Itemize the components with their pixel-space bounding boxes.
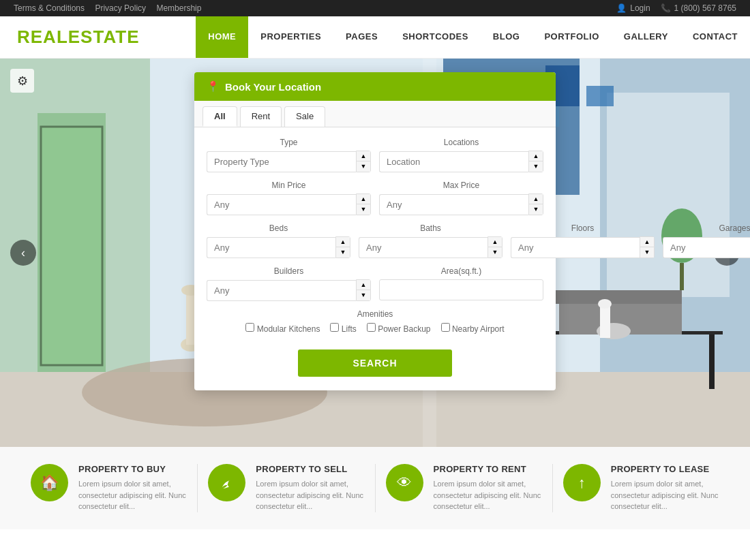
top-bar-right: 👤 Login 📞 1 (800) 567 8765 <box>616 3 736 13</box>
logo: REALESTATE <box>0 16 157 58</box>
nav-links: HOME PROPERTIES PAGES SHORTCODES BLOG PO… <box>196 16 750 58</box>
baths-spin: ▲ ▼ <box>359 236 502 258</box>
amenity-nearby-airport-checkbox[interactable] <box>441 323 450 332</box>
beds-up[interactable]: ▲ <box>336 237 350 247</box>
floors-group: Floors ▲ ▼ <box>511 223 655 258</box>
nav-shortcodes[interactable]: SHORTCODES <box>390 16 481 58</box>
max-price-up[interactable]: ▲ <box>529 194 543 204</box>
builders-down[interactable]: ▼ <box>357 290 370 300</box>
amenity-modular-kitchens-checkbox[interactable] <box>245 323 254 332</box>
baths-up[interactable]: ▲ <box>488 237 502 247</box>
amenity-modular-kitchens[interactable]: Modular Kitchens <box>245 323 320 334</box>
tab-sale[interactable]: Sale <box>284 106 325 127</box>
floors-input[interactable] <box>511 237 640 258</box>
feature-lease-icon: ↑ <box>563 464 601 501</box>
builders-spin: ▲ ▼ <box>207 279 371 301</box>
area-group: Area(sq.ft.) <box>379 266 543 301</box>
nav-properties[interactable]: PROPERTIES <box>248 16 333 58</box>
baths-down[interactable]: ▼ <box>488 247 502 258</box>
nav-contact[interactable]: CONTACT <box>680 16 750 58</box>
amenity-nearby-airport[interactable]: Nearby Airport <box>441 323 505 334</box>
search-form: Type ▲ ▼ Locations ▲ <box>194 127 556 390</box>
baths-spin-buttons: ▲ ▼ <box>487 236 502 258</box>
min-price-up[interactable]: ▲ <box>357 194 370 204</box>
feature-lease-title: PROPERTY TO LEASE <box>611 464 719 474</box>
builders-input[interactable] <box>207 280 356 301</box>
feature-rent: 👁 PROPERTY TO RENT Lorem ipsum dolor sit… <box>376 464 553 512</box>
privacy-link[interactable]: Privacy Policy <box>95 3 146 13</box>
type-spin-buttons: ▲ ▼ <box>356 151 371 172</box>
tab-all[interactable]: All <box>202 106 237 127</box>
min-price-input[interactable] <box>207 194 356 215</box>
amenities-row: Amenities Modular Kitchens Lifts Power B… <box>207 309 543 338</box>
search-button[interactable]: SEARCH <box>298 349 451 377</box>
nav-blog[interactable]: BLOG <box>481 16 532 58</box>
feature-sell-icon <box>208 464 245 501</box>
location-input[interactable] <box>379 151 528 172</box>
tab-rent[interactable]: Rent <box>240 106 282 127</box>
max-price-spin: ▲ ▼ <box>379 193 543 215</box>
amenity-lifts[interactable]: Lifts <box>330 323 356 334</box>
floors-label: Floors <box>511 223 655 233</box>
svg-rect-26 <box>680 263 684 290</box>
amenities-checkboxes: Modular Kitchens Lifts Power Backup Near… <box>207 323 543 338</box>
gear-button[interactable]: ⚙ <box>10 69 34 93</box>
search-box: 📍 Book Your Location All Rent Sale Type … <box>194 72 556 390</box>
amenity-power-backup[interactable]: Power Backup <box>367 323 431 334</box>
amenity-power-backup-checkbox[interactable] <box>367 323 376 332</box>
beds-label: Beds <box>207 223 350 233</box>
feature-rent-text: PROPERTY TO RENT Lorem ipsum dolor sit a… <box>434 464 542 512</box>
slider-prev-button[interactable]: ‹ <box>10 240 36 266</box>
feature-lease-text: PROPERTY TO LEASE Lorem ipsum dolor sit … <box>611 464 719 512</box>
nav-home[interactable]: HOME <box>196 16 248 58</box>
garages-group: Garages ▲ ▼ <box>663 223 750 258</box>
type-spin-up[interactable]: ▲ <box>357 151 370 161</box>
min-price-down[interactable]: ▼ <box>357 204 370 215</box>
amenity-lifts-checkbox[interactable] <box>330 323 339 332</box>
max-price-input[interactable] <box>379 194 528 215</box>
location-icon: 📍 <box>207 80 220 93</box>
location-spin-up[interactable]: ▲ <box>529 151 543 161</box>
location-spin-down[interactable]: ▼ <box>529 161 543 172</box>
type-spin-down[interactable]: ▼ <box>357 161 370 172</box>
user-icon: 👤 <box>616 3 627 13</box>
beds-group: Beds ▲ ▼ <box>207 223 350 258</box>
nav-portfolio[interactable]: PORTFOLIO <box>532 16 611 58</box>
floors-up[interactable]: ▲ <box>640 237 654 247</box>
svg-rect-23 <box>552 290 682 304</box>
feature-lease-desc: Lorem ipsum dolor sit amet, consectetur … <box>611 478 719 512</box>
max-price-down[interactable]: ▼ <box>529 204 543 215</box>
garages-input[interactable] <box>663 237 750 258</box>
area-input[interactable] <box>379 279 543 300</box>
terms-link[interactable]: Terms & Conditions <box>14 3 85 13</box>
search-button-wrap: SEARCH <box>207 346 543 380</box>
min-price-spin: ▲ ▼ <box>207 193 371 215</box>
area-label: Area(sq.ft.) <box>379 266 543 276</box>
feature-rent-icon: 👁 <box>386 464 423 501</box>
nav-gallery[interactable]: GALLERY <box>612 16 680 58</box>
max-price-spin-buttons: ▲ ▼ <box>528 193 543 215</box>
nav-pages[interactable]: PAGES <box>333 16 390 58</box>
top-bar-links: Terms & Conditions Privacy Policy Member… <box>14 3 209 13</box>
feature-buy-icon: 🏠 <box>31 464 68 501</box>
garages-spin: ▲ ▼ <box>663 236 750 258</box>
location-label: Locations <box>379 138 543 147</box>
baths-input[interactable] <box>359 237 487 258</box>
beds-input[interactable] <box>207 237 335 258</box>
floors-spin: ▲ ▼ <box>511 236 655 258</box>
feature-buy-desc: Lorem ipsum dolor sit amet, consectetur … <box>78 478 187 512</box>
builders-group: Builders ▲ ▼ <box>207 266 371 301</box>
property-type-input[interactable] <box>207 151 356 172</box>
builders-up[interactable]: ▲ <box>357 280 370 290</box>
login-link[interactable]: 👤 Login <box>616 3 650 13</box>
logo-text: REALESTATE <box>17 27 140 48</box>
membership-link[interactable]: Membership <box>156 3 201 13</box>
type-location-row: Type ▲ ▼ Locations ▲ <box>207 138 543 172</box>
floors-down[interactable]: ▼ <box>640 247 654 258</box>
floors-spin-buttons: ▲ ▼ <box>640 236 655 258</box>
feature-sell-desc: Lorem ipsum dolor sit amet, consectetur … <box>256 478 364 512</box>
main-nav: REALESTATE HOME PROPERTIES PAGES SHORTCO… <box>0 16 750 59</box>
min-price-spin-buttons: ▲ ▼ <box>356 193 371 215</box>
builders-spin-buttons: ▲ ▼ <box>356 279 371 301</box>
beds-down[interactable]: ▼ <box>336 247 350 258</box>
